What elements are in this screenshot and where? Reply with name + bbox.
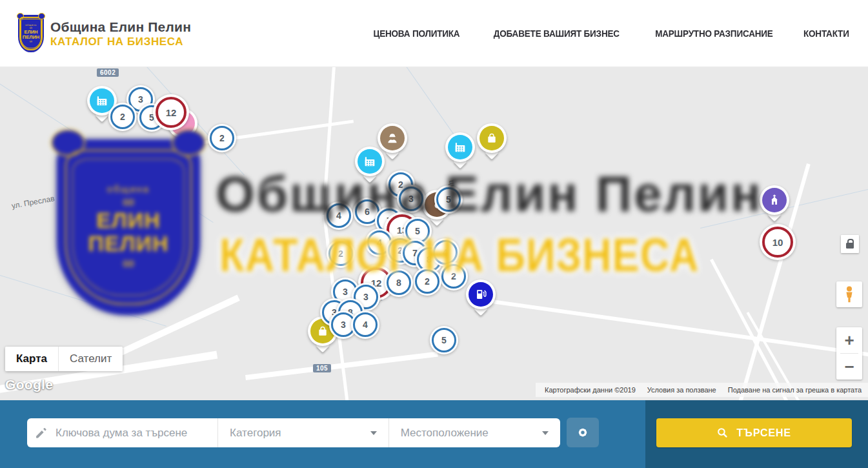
cluster-count: 3 xyxy=(138,94,143,105)
gear-icon xyxy=(575,425,590,440)
cluster-count: 4 xyxy=(363,320,368,330)
site-title: Община Елин Пелин xyxy=(50,19,191,35)
header: община ∞ ЕЛИН ПЕЛИН ∞ Община Елин Пелин … xyxy=(0,0,868,67)
road-number-badge: 105 xyxy=(313,364,331,372)
zoom-in-button[interactable]: + xyxy=(836,327,862,353)
search-icon xyxy=(716,427,729,439)
keyword-field xyxy=(27,418,217,447)
site-subtitle: КАТАЛОГ НА БИЗНЕСА xyxy=(50,36,191,48)
attribution-copyright: Картографски данни ©2019 xyxy=(545,386,636,394)
cluster-marker[interactable]: 2 xyxy=(208,124,236,152)
report-map-error-link[interactable]: Подаване на сигнал за грешка в картата xyxy=(728,386,862,394)
cluster-count: 5 xyxy=(441,335,447,345)
shopping-bag-pin[interactable] xyxy=(477,123,507,153)
crest-ornament: ∞ xyxy=(123,194,135,209)
brand-text: Община Елин Пелин КАТАЛОГ НА БИЗНЕСА xyxy=(50,19,191,48)
search-fields-group: Категория Местоположение xyxy=(27,418,560,447)
church-icon xyxy=(767,193,782,207)
category-dropdown-label: Категория xyxy=(230,427,281,440)
search-bar: Категория Местоположение ТЪРСЕНЕ xyxy=(0,400,868,468)
cluster-count: 3 xyxy=(343,287,348,297)
cluster-count: 2 xyxy=(120,112,125,122)
nav-route-schedule[interactable]: МАРШРУТНО РАЗПИСАНИЕ xyxy=(655,28,772,39)
nav-pricing-policy[interactable]: ЦЕНОВА ПОЛИТИКА xyxy=(374,28,460,39)
zoom-out-button[interactable]: − xyxy=(836,354,862,380)
watermark-title: Община Елин Пелин xyxy=(216,168,763,219)
cluster-count: 12 xyxy=(166,107,177,118)
location-dropdown[interactable]: Местоположение xyxy=(389,418,560,447)
pin-ball xyxy=(445,132,475,162)
watermark-crest: община ∞ ЕЛИН ПЕЛИН ∞ xyxy=(57,139,200,315)
nav-contacts[interactable]: КОНТАКТИ xyxy=(803,28,849,39)
cluster-marker[interactable]: 2 xyxy=(108,103,137,131)
factory-pin[interactable] xyxy=(445,132,475,162)
cluster-count: 10 xyxy=(772,237,783,248)
map-type-map-button[interactable]: Карта xyxy=(5,347,58,371)
lock-button[interactable] xyxy=(841,235,859,253)
bag-icon xyxy=(316,324,330,338)
category-dropdown[interactable]: Категория xyxy=(217,418,389,447)
factory-icon xyxy=(453,140,467,154)
lock-icon xyxy=(846,243,854,249)
brand-logo[interactable]: община ∞ ЕЛИН ПЕЛИН ∞ Община Елин Пелин … xyxy=(18,15,191,52)
pencil-icon xyxy=(35,427,48,440)
crest-ornament: ∞ xyxy=(123,256,135,270)
chevron-down-icon xyxy=(370,431,377,435)
google-logo[interactable]: Google xyxy=(5,377,53,392)
keyword-input[interactable] xyxy=(54,426,217,440)
cluster-count: 3 xyxy=(341,320,346,330)
terms-link[interactable]: Условия за ползване xyxy=(647,386,716,394)
fuel-station-pin[interactable] xyxy=(466,280,496,309)
search-button-label: ТЪРСЕНЕ xyxy=(736,427,791,440)
zoom-control: + − xyxy=(836,327,862,380)
page: община ∞ ЕЛИН ПЕЛИН ∞ Община Елин Пелин … xyxy=(0,0,868,468)
crest-name-line2: ПЕЛИН xyxy=(88,232,169,256)
crest-ornament: ∞ xyxy=(30,40,32,43)
main-nav: ЦЕНОВА ПОЛИТИКА ДОБАВЕТЕ ВАШИЯТ БИЗНЕС М… xyxy=(368,0,852,66)
cluster-count: 3 xyxy=(363,292,368,302)
cluster-marker[interactable]: 5 xyxy=(430,326,458,354)
bag-icon xyxy=(485,131,499,145)
location-dropdown-label: Местоположение xyxy=(401,427,489,440)
cluster-marker[interactable]: 12 xyxy=(153,94,189,130)
crest-name-line1: ЕЛИН xyxy=(96,209,161,232)
municipality-crest-icon: община ∞ ЕЛИН ПЕЛИН ∞ xyxy=(18,15,44,52)
chevron-down-icon xyxy=(542,431,549,435)
pin-ball xyxy=(760,185,789,215)
advanced-settings-button[interactable] xyxy=(567,418,599,447)
map-canvas[interactable]: ул. Преславбул. „Новоселци“6002105325122… xyxy=(0,66,868,400)
cluster-marker[interactable]: 4 xyxy=(351,310,379,339)
fuel-icon xyxy=(474,287,488,301)
worker-icon xyxy=(385,131,399,145)
street-name-label: ул. Преслав xyxy=(11,194,56,210)
factory-icon xyxy=(95,94,109,108)
pin-ball xyxy=(477,123,507,153)
cluster-count: 2 xyxy=(219,133,225,143)
pegman-icon xyxy=(839,284,860,305)
nav-add-your-business[interactable]: ДОБАВЕТЕ ВАШИЯТ БИЗНЕС xyxy=(494,28,620,39)
church-pin[interactable] xyxy=(760,185,789,215)
road-number-badge: 6002 xyxy=(97,68,119,77)
street-view-pegman[interactable] xyxy=(836,281,862,307)
map-type-control: Карта Сателит xyxy=(5,347,123,371)
pin-ball xyxy=(466,280,496,309)
search-button[interactable]: ТЪРСЕНЕ xyxy=(656,418,852,447)
map-attribution: Картографски данни ©2019 Условия за полз… xyxy=(536,383,868,397)
watermark-subtitle: КАТАЛОГ НА БИЗНЕСА xyxy=(219,232,699,278)
cluster-marker[interactable]: 10 xyxy=(760,224,796,260)
map-type-satellite-button[interactable]: Сателит xyxy=(58,347,123,371)
